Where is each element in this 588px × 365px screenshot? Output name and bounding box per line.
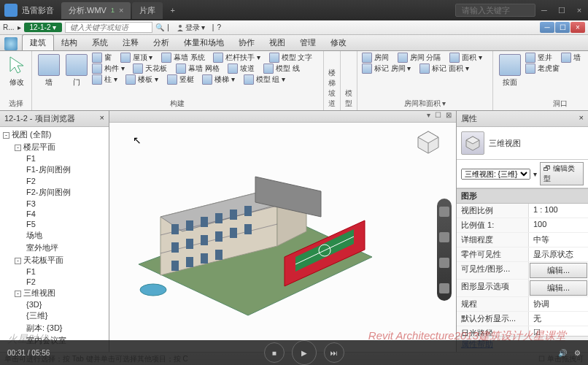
app-menu-icon[interactable]	[4, 37, 18, 50]
player-settings-icon[interactable]: ⚙	[574, 349, 581, 357]
ribbon-item[interactable]: 楼板 ▾	[138, 74, 158, 85]
ribbon-tab-systems[interactable]: 系统	[85, 35, 115, 50]
door-button[interactable]: 门	[64, 53, 89, 89]
tree-node[interactable]: -楼层平面	[0, 141, 109, 153]
tree-node[interactable]: F5	[0, 219, 109, 229]
tree-node[interactable]: 室外地坪	[0, 242, 109, 254]
ribbon-item[interactable]: 模型 文字	[282, 53, 313, 63]
ribbon-item[interactable]: 坡道	[240, 64, 255, 74]
tree-node[interactable]: -天花板平面	[0, 254, 109, 266]
property-row[interactable]: 图形显示选项编辑...	[457, 280, 588, 297]
tree-node[interactable]: 副本: {3D}	[0, 322, 109, 334]
app-restore-icon[interactable]: ☐	[555, 22, 570, 33]
player-search-input[interactable]	[455, 4, 535, 17]
property-row[interactable]: 规程协调	[457, 297, 588, 312]
tree-node[interactable]: {三维}	[0, 310, 109, 322]
player-next-button[interactable]: ⏭	[324, 342, 344, 363]
panel-close-icon[interactable]: ×	[100, 113, 104, 124]
property-row[interactable]: 默认分析显示...无	[457, 312, 588, 326]
ribbon-item[interactable]: 标记 房间 ▾	[374, 64, 411, 74]
ribbon-tab-massing[interactable]: 体量和场地	[177, 35, 231, 50]
ribbon-item[interactable]: 幕墙 网格	[188, 64, 220, 74]
ribbon-item[interactable]: 房间 分隔	[410, 53, 441, 63]
property-row[interactable]: 日光路径	[457, 326, 588, 336]
ribbon-tab-view[interactable]: 视图	[262, 35, 293, 50]
modify-button[interactable]: 修改	[4, 53, 29, 89]
ribbon-item[interactable]: 竖井	[538, 53, 552, 63]
tree-node[interactable]: -视图 (全部)	[0, 128, 109, 141]
properties-grid[interactable]: 图形视图比例1 : 100比例值 1:100详细程度中等零件可见性显示原状态可见…	[457, 188, 588, 336]
ribbon-item[interactable]: 模型 线	[276, 64, 300, 74]
tree-node[interactable]: 场地	[0, 229, 109, 242]
viewport-menu-icon[interactable]: ▾	[427, 111, 430, 122]
ribbon-item[interactable]: 构件 ▾	[104, 64, 125, 74]
ribbon-item[interactable]: 老虎窗	[538, 64, 560, 74]
ribbon-tab-structure[interactable]: 结构	[54, 35, 85, 50]
ribbon-tab-analyze[interactable]: 分析	[146, 35, 177, 50]
viewport-close-icon[interactable]: ⊠	[446, 111, 452, 122]
app-minimize-icon[interactable]: ─	[540, 22, 554, 33]
app-close-icon[interactable]: ×	[570, 22, 585, 33]
help-icon[interactable]: ?	[217, 23, 221, 31]
ribbon-item[interactable]: 屋顶 ▾	[133, 53, 153, 63]
ribbon-item[interactable]: 面积 ▾	[462, 53, 482, 63]
property-row[interactable]: 视图比例1 : 100	[457, 204, 588, 218]
nav-zoom-icon[interactable]	[439, 258, 449, 268]
app-search-input[interactable]	[65, 22, 152, 33]
ribbon-item[interactable]: 房间	[374, 53, 389, 63]
ribbon-item[interactable]: 墙	[573, 53, 581, 63]
panel-close-icon[interactable]: ×	[579, 113, 584, 124]
player-play-button[interactable]: ▶	[292, 340, 317, 365]
opening-byface-button[interactable]: 按面	[498, 53, 522, 89]
ribbon-item[interactable]: 标记 面积 ▾	[432, 64, 469, 74]
ribbon-item[interactable]: 栏杆扶手 ▾	[225, 53, 260, 63]
ribbon-tab-modify[interactable]: 修改	[323, 35, 354, 50]
player-close-icon[interactable]: ×	[570, 3, 588, 18]
nav-pan-icon[interactable]	[439, 232, 449, 242]
nav-wheel-icon[interactable]	[439, 207, 449, 217]
ribbon-tab-architecture[interactable]: 建筑	[22, 34, 54, 50]
player-minimize-icon[interactable]: ─	[535, 3, 553, 18]
tree-node[interactable]: F1	[0, 153, 109, 164]
tree-node[interactable]: F2	[0, 277, 109, 287]
browser-tree[interactable]: -视图 (全部)-楼层平面F1F1-房间图例F2F2-房间图例F3F4F5场地室…	[0, 127, 109, 352]
instance-selector[interactable]: 三维视图: {三维}	[461, 169, 530, 180]
ribbon-item[interactable]: 竖梃	[179, 74, 194, 85]
ribbon-item[interactable]: 幕墙 系统	[174, 53, 205, 63]
player-maximize-icon[interactable]: ☐	[553, 3, 570, 18]
viewcube[interactable]	[415, 128, 441, 155]
tree-node[interactable]: {3D}	[0, 299, 109, 310]
nav-orbit-icon[interactable]	[439, 283, 449, 293]
navigation-bar[interactable]	[437, 199, 452, 301]
edit-type-button[interactable]: 🗗 编辑类型	[540, 162, 584, 185]
ribbon-tab-manage[interactable]: 管理	[293, 35, 323, 50]
property-row[interactable]: 可见性/图形...编辑...	[457, 262, 588, 280]
tree-node[interactable]: F2-房间图例	[0, 186, 109, 199]
tree-node[interactable]: F3	[0, 199, 109, 209]
ribbon-item[interactable]: 模型 组 ▾	[256, 74, 286, 85]
tree-node[interactable]: -三维视图	[0, 287, 109, 299]
close-icon[interactable]: ×	[119, 6, 123, 15]
tree-node[interactable]: F4	[0, 209, 109, 219]
tree-node[interactable]: F1	[0, 266, 109, 277]
ribbon-item[interactable]: 天花板	[145, 64, 167, 74]
player-volume-icon[interactable]: 🔊	[558, 349, 567, 357]
property-row[interactable]: 零件可见性显示原状态	[457, 247, 588, 262]
login-button[interactable]: 登录 ▾	[172, 22, 209, 34]
doc-selector[interactable]: 12-1-2 ▾	[24, 23, 63, 32]
property-row[interactable]: 详细程度中等	[457, 233, 588, 247]
property-row[interactable]: 比例值 1:100	[457, 218, 588, 233]
ribbon-tab-annotate[interactable]: 注释	[115, 35, 146, 50]
player-tab-library[interactable]: 片库	[132, 2, 163, 19]
ribbon-item[interactable]: 窗	[104, 53, 112, 63]
wall-button[interactable]: 墙	[36, 53, 61, 89]
ribbon-item[interactable]: 楼梯 ▾	[214, 74, 235, 85]
tree-node[interactable]: F1-房间图例	[0, 164, 109, 176]
tree-node[interactable]: F2	[0, 176, 109, 186]
player-tab-add[interactable]: +	[164, 3, 180, 18]
player-stop-button[interactable]: ■	[264, 342, 285, 363]
search-icon[interactable]: 🔍	[155, 23, 164, 31]
type-selector[interactable]: 三维视图	[457, 127, 588, 160]
ribbon-tab-collaborate[interactable]: 协作	[231, 35, 262, 50]
viewport-3d[interactable]: ▾ ☐ ⊠ ↖	[109, 111, 457, 352]
